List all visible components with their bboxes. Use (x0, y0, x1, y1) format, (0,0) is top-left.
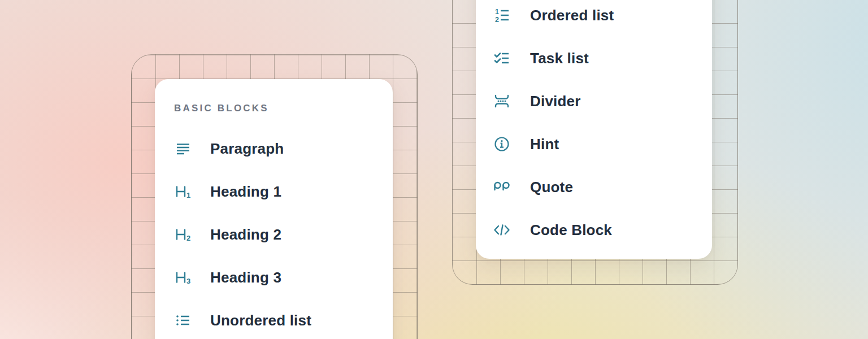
divider-icon (493, 92, 511, 110)
menu-item-label: Quote (530, 179, 573, 196)
menu-item-label: Code Block (530, 221, 612, 239)
menu-item-paragraph[interactable]: Paragraph (174, 133, 284, 164)
task-list-icon (493, 49, 511, 67)
menu-item-label: Ordered list (530, 7, 614, 24)
menu-item-label: Task list (530, 50, 589, 67)
basic-blocks-section-header: BASIC BLOCKS (174, 101, 269, 116)
menu-item-label: Unordered list (210, 312, 311, 329)
menu-item-hint[interactable]: Hint (493, 128, 559, 160)
menu-item-code-block[interactable]: Code Block (493, 214, 612, 246)
heading-1-icon: 1 (174, 182, 192, 201)
menu-item-divider[interactable]: Divider (493, 85, 581, 117)
svg-text:3: 3 (186, 277, 190, 285)
hint-icon (493, 135, 511, 153)
menu-item-task-list[interactable]: Task list (493, 42, 589, 74)
menu-item-label: Divider (530, 93, 581, 110)
menu-item-heading-2[interactable]: 2Heading 2 (174, 219, 281, 250)
svg-text:2: 2 (186, 234, 190, 242)
menu-item-ordered-list[interactable]: 12Ordered list (493, 0, 614, 31)
svg-text:1: 1 (186, 191, 190, 199)
menu-item-label: Heading 3 (210, 269, 281, 286)
editor-blocks-hero: BASIC BLOCKS Paragraph1Heading 12Heading… (0, 0, 868, 339)
menu-item-unordered-list[interactable]: Unordered list (174, 305, 311, 336)
heading-3-icon: 3 (174, 268, 192, 286)
quote-icon (493, 178, 511, 196)
code-block-icon (493, 221, 511, 239)
paragraph-icon (174, 140, 192, 158)
menu-item-quote[interactable]: Quote (493, 171, 573, 203)
menu-item-label: Hint (530, 136, 559, 153)
ordered-list-icon: 12 (493, 6, 511, 24)
basic-blocks-menu-card: BASIC BLOCKS Paragraph1Heading 12Heading… (155, 79, 393, 339)
menu-item-heading-1[interactable]: 1Heading 1 (174, 176, 281, 207)
menu-item-label: Heading 2 (210, 226, 281, 244)
more-blocks-menu-card: 12Ordered listTask listDividerHintQuoteC… (476, 0, 712, 259)
menu-item-label: Heading 1 (210, 183, 281, 201)
svg-text:1: 1 (495, 8, 499, 16)
svg-text:2: 2 (495, 16, 499, 24)
menu-item-heading-3[interactable]: 3Heading 3 (174, 262, 281, 293)
menu-item-label: Paragraph (210, 140, 284, 158)
heading-2-icon: 2 (174, 225, 192, 244)
unordered-list-icon (174, 311, 192, 329)
